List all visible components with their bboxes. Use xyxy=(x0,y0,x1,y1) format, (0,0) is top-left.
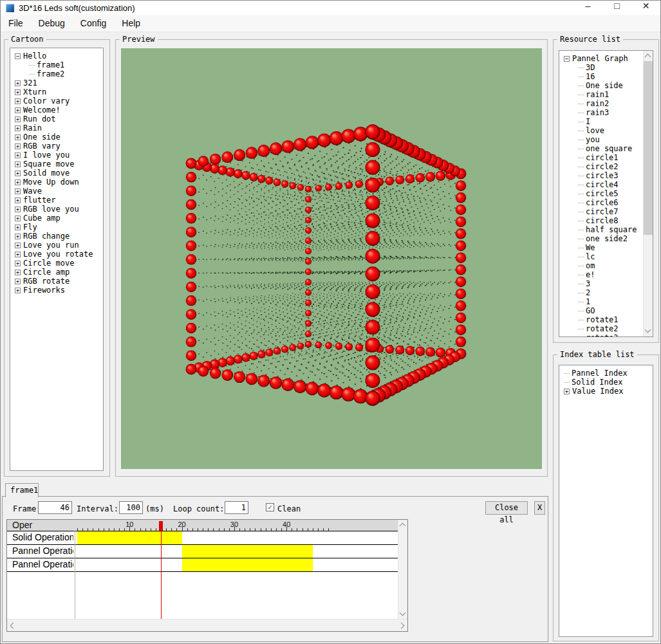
tree-item-label[interactable]: Value Index xyxy=(572,387,623,396)
tree-item-label[interactable]: RGB vary xyxy=(23,142,61,151)
expand-icon[interactable]: + xyxy=(15,170,21,176)
expand-icon[interactable]: + xyxy=(15,225,21,230)
tree-item[interactable]: +RGB rotate xyxy=(14,277,103,286)
tree-item-label[interactable]: One side xyxy=(586,81,623,90)
tree-item[interactable]: I xyxy=(563,117,643,126)
minimize-button[interactable]: – xyxy=(573,1,602,15)
tree-item-label[interactable]: e! xyxy=(586,270,595,279)
tree-item[interactable]: Solid Index xyxy=(563,378,653,387)
tree-item[interactable]: +One side xyxy=(14,133,103,142)
tree-item-label[interactable]: circle3 xyxy=(586,171,619,180)
tree-item[interactable]: +Love you rotate xyxy=(14,250,103,259)
tree-item[interactable]: one side2 xyxy=(563,234,643,243)
expand-icon[interactable]: + xyxy=(15,98,21,104)
frame-input[interactable] xyxy=(38,501,72,514)
tree-item-label[interactable]: GO xyxy=(586,306,595,315)
tree-item[interactable]: +Wave xyxy=(14,187,103,196)
tree-item-label[interactable]: We xyxy=(586,243,595,252)
expand-icon[interactable]: + xyxy=(15,161,21,167)
tree-item[interactable]: +Run dot xyxy=(14,115,103,124)
tree-item-label[interactable]: Pannel Index xyxy=(572,369,628,378)
tree-item-label[interactable]: rain3 xyxy=(586,108,609,117)
expand-icon[interactable]: + xyxy=(15,261,21,266)
tree-item[interactable]: rain2 xyxy=(563,99,643,108)
scroll-down-icon[interactable] xyxy=(645,327,651,333)
tree-item-label[interactable]: 16 xyxy=(586,72,595,81)
close-all-button[interactable]: Close all xyxy=(485,501,528,515)
tree-item[interactable]: +Circle amp xyxy=(14,268,103,277)
tree-item-label[interactable]: Fireworks xyxy=(23,286,65,295)
tree-item-label[interactable]: Rain xyxy=(23,124,42,133)
tree-item[interactable]: −Hello xyxy=(14,51,103,60)
close-frame-button[interactable]: X xyxy=(534,501,545,515)
tree-item-label[interactable]: RGB love you xyxy=(23,205,79,214)
tree-item[interactable]: 16 xyxy=(563,72,643,81)
tree-item[interactable]: +Color vary xyxy=(14,97,103,106)
tree-item-label[interactable]: one side2 xyxy=(586,234,628,243)
tree-item[interactable]: lc xyxy=(563,252,643,261)
expand-icon[interactable]: + xyxy=(15,243,21,248)
tree-item-label[interactable]: half square xyxy=(586,225,637,234)
tree-item[interactable]: +Welcome! xyxy=(14,106,103,115)
tree-item-label[interactable]: Soild move xyxy=(23,169,70,178)
tree-item-label[interactable]: Hello xyxy=(23,51,46,60)
tree-item[interactable]: +flutter xyxy=(14,196,103,205)
collapse-icon[interactable]: − xyxy=(15,53,21,59)
tree-item[interactable]: +Value Index xyxy=(563,387,653,396)
tree-item[interactable]: 3D xyxy=(563,63,643,72)
expand-icon[interactable]: + xyxy=(15,152,21,158)
tree-item-label[interactable]: I love you xyxy=(23,151,70,160)
tree-item[interactable]: One side xyxy=(563,81,643,90)
timeline-hscrollbar[interactable] xyxy=(7,619,407,631)
tree-item-label[interactable]: you xyxy=(586,135,600,144)
tree-item[interactable]: +321 xyxy=(14,78,103,87)
tree-item[interactable]: om xyxy=(563,261,643,270)
tree-item[interactable]: +Xturn xyxy=(14,87,103,97)
timeline-bar[interactable] xyxy=(182,558,313,571)
tree-item[interactable]: frame1 xyxy=(14,60,103,69)
menu-file[interactable]: File xyxy=(1,18,31,28)
tree-item-label[interactable]: rotate3 xyxy=(586,333,619,337)
tree-item[interactable]: rotate2 xyxy=(563,324,643,333)
tree-item[interactable]: +Love you run xyxy=(14,241,103,250)
expand-icon[interactable]: + xyxy=(15,234,21,239)
tree-item[interactable]: +RGB change xyxy=(14,232,103,241)
tree-item-label[interactable]: Run dot xyxy=(23,115,56,124)
tree-item-label[interactable]: lc xyxy=(586,252,595,261)
tree-item[interactable]: GO xyxy=(563,306,643,315)
tree-item[interactable]: +Circle move xyxy=(14,259,103,268)
tree-item[interactable]: 2 xyxy=(563,288,643,297)
tree-item-label[interactable]: Fly xyxy=(23,223,37,232)
tree-item-label[interactable]: circle6 xyxy=(586,198,619,207)
tree-item[interactable]: one square xyxy=(563,144,643,153)
expand-icon[interactable]: + xyxy=(15,80,21,86)
tree-item-label[interactable]: Xturn xyxy=(23,87,46,97)
tree-item[interactable]: circle2 xyxy=(563,162,643,171)
tree-item[interactable]: circle5 xyxy=(563,189,643,198)
scroll-up-icon[interactable] xyxy=(645,54,651,60)
tree-item-label[interactable]: I xyxy=(586,117,590,126)
tree-item[interactable]: We xyxy=(563,243,643,252)
tree-item[interactable]: rain3 xyxy=(563,108,643,117)
tree-item-label[interactable]: 321 xyxy=(23,78,37,87)
tree-item-label[interactable]: Cube amp xyxy=(23,214,61,223)
tree-item-label[interactable]: circle5 xyxy=(586,189,619,198)
tree-item-label[interactable]: Move Up down xyxy=(23,178,79,187)
scroll-right-icon[interactable] xyxy=(398,623,405,629)
tree-item[interactable]: half square xyxy=(563,225,643,234)
expand-icon[interactable]: + xyxy=(15,116,21,122)
tree-item[interactable]: +I love you xyxy=(14,151,103,160)
tree-item-label[interactable]: frame2 xyxy=(37,69,64,78)
expand-icon[interactable]: + xyxy=(15,279,21,284)
tree-item[interactable]: circle1 xyxy=(563,153,643,162)
tree-item-label[interactable]: circle4 xyxy=(586,180,619,189)
tree-item-label[interactable]: rotate1 xyxy=(586,315,619,324)
tree-item[interactable]: rotate1 xyxy=(563,315,643,324)
tree-item-label[interactable]: Welcome! xyxy=(23,106,61,115)
tree-item-label[interactable]: circle1 xyxy=(586,153,619,162)
close-button[interactable]: ✕ xyxy=(631,1,660,15)
scroll-up-icon[interactable] xyxy=(400,523,406,529)
clean-checkbox[interactable]: ✓ xyxy=(266,503,274,511)
tree-item-label[interactable]: om xyxy=(586,261,595,270)
collapse-icon[interactable]: − xyxy=(564,56,570,62)
